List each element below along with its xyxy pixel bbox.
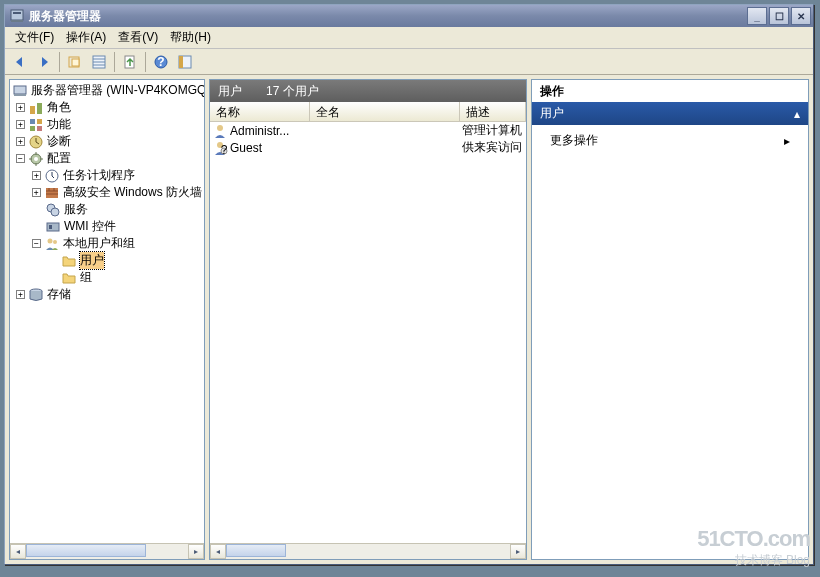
diagnostics-icon [28, 134, 44, 150]
expander-icon[interactable]: + [16, 290, 25, 299]
maximize-button[interactable]: ☐ [769, 7, 789, 25]
tree-features[interactable]: + 功能 [12, 116, 202, 133]
tree-roles[interactable]: + 角色 [12, 99, 202, 116]
properties-icon[interactable] [88, 51, 110, 73]
window-title: 服务器管理器 [29, 8, 747, 25]
actions-title: 操作 [532, 80, 808, 102]
tree-pane: 服务器管理器 (WIN-VP4KOMGQQ9 + 角色 + 功能 + 诊断 [9, 79, 205, 560]
actions-subheader[interactable]: 用户 ▴ [532, 102, 808, 125]
svg-rect-16 [30, 106, 35, 114]
help-icon[interactable]: ? [150, 51, 172, 73]
toolbar-separator [145, 52, 146, 72]
tree-wmi[interactable]: WMI 控件 [12, 218, 202, 235]
content-area: 服务器管理器 (WIN-VP4KOMGQQ9 + 角色 + 功能 + 诊断 [5, 75, 813, 564]
folder-icon [61, 253, 77, 269]
scroll-left-button[interactable]: ◂ [10, 544, 26, 559]
svg-text:?: ? [221, 143, 228, 156]
svg-rect-2 [11, 20, 23, 22]
localusers-icon [44, 236, 60, 252]
scroll-right-button[interactable]: ▸ [188, 544, 204, 559]
menubar: 文件(F) 操作(A) 查看(V) 帮助(H) [5, 27, 813, 49]
tree[interactable]: 服务器管理器 (WIN-VP4KOMGQQ9 + 角色 + 功能 + 诊断 [10, 80, 204, 543]
svg-rect-15 [14, 94, 26, 96]
expander-icon[interactable]: + [16, 137, 25, 146]
tree-storage[interactable]: + 存储 [12, 286, 202, 303]
export-icon[interactable] [119, 51, 141, 73]
config-icon [28, 151, 44, 167]
server-manager-window: 服务器管理器 _ ☐ ✕ 文件(F) 操作(A) 查看(V) 帮助(H) ? [4, 4, 814, 565]
list-pane: 用户 17 个用户 名称 全名 描述 Administr... 管理计算机 [209, 79, 527, 560]
storage-icon [28, 287, 44, 303]
list-body[interactable]: Administr... 管理计算机 ? Guest 供来宾访问 [210, 122, 526, 543]
chevron-right-icon: ▸ [784, 134, 790, 148]
scroll-track[interactable] [26, 544, 188, 559]
list-count: 17 个用户 [266, 83, 319, 100]
toolbar-separator [114, 52, 115, 72]
scroll-left-button[interactable]: ◂ [210, 544, 226, 559]
col-name[interactable]: 名称 [210, 102, 310, 121]
tree-config[interactable]: − 配置 [12, 150, 202, 167]
actions-body: 更多操作 ▸ [532, 125, 808, 559]
menu-view[interactable]: 查看(V) [112, 27, 164, 48]
menu-file[interactable]: 文件(F) [9, 27, 60, 48]
tree-local-users-groups[interactable]: − 本地用户和组 [12, 235, 202, 252]
actions-pane: 操作 用户 ▴ 更多操作 ▸ [531, 79, 809, 560]
tree-groups[interactable]: 组 [12, 269, 202, 286]
toolbar-separator [59, 52, 60, 72]
list-row[interactable]: ? Guest 供来宾访问 [210, 139, 526, 156]
forward-button[interactable] [33, 51, 55, 73]
menu-help[interactable]: 帮助(H) [164, 27, 217, 48]
scroll-thumb[interactable] [26, 544, 146, 557]
list-scrollbar[interactable]: ◂ ▸ [210, 543, 526, 559]
scroll-right-button[interactable]: ▸ [510, 544, 526, 559]
svg-point-32 [51, 208, 59, 216]
col-desc[interactable]: 描述 [460, 102, 526, 121]
tree-scrollbar[interactable]: ◂ ▸ [10, 543, 204, 559]
tree-users[interactable]: 用户 [12, 252, 202, 269]
app-icon [9, 8, 25, 24]
svg-point-36 [53, 240, 57, 244]
titlebar[interactable]: 服务器管理器 _ ☐ ✕ [5, 5, 813, 27]
col-fullname[interactable]: 全名 [310, 102, 460, 121]
wmi-icon [45, 219, 61, 235]
roles-icon [28, 100, 44, 116]
back-button[interactable] [9, 51, 31, 73]
row-desc: 供来宾访问 [460, 139, 526, 156]
svg-rect-33 [47, 223, 59, 231]
list-row[interactable]: Administr... 管理计算机 [210, 122, 526, 139]
tree-task-scheduler[interactable]: + 任务计划程序 [12, 167, 202, 184]
svg-rect-21 [37, 126, 42, 131]
tree-services[interactable]: 服务 [12, 201, 202, 218]
svg-text:?: ? [157, 55, 164, 69]
svg-point-35 [48, 238, 53, 243]
svg-rect-18 [30, 119, 35, 124]
tree-firewall[interactable]: + 高级安全 Windows 防火墙 [12, 184, 202, 201]
close-button[interactable]: ✕ [791, 7, 811, 25]
svg-point-38 [217, 125, 223, 131]
svg-rect-34 [49, 225, 52, 229]
expander-icon[interactable]: + [32, 188, 41, 197]
folder-icon [61, 270, 77, 286]
services-icon [45, 202, 61, 218]
action-more[interactable]: 更多操作 ▸ [532, 129, 808, 152]
svg-rect-26 [46, 188, 58, 198]
show-hide-icon[interactable] [174, 51, 196, 73]
firewall-icon [44, 185, 60, 201]
minimize-button[interactable]: _ [747, 7, 767, 25]
expander-icon[interactable]: + [16, 103, 25, 112]
window-buttons: _ ☐ ✕ [747, 7, 811, 25]
menu-action[interactable]: 操作(A) [60, 27, 112, 48]
expander-icon[interactable]: − [16, 154, 25, 163]
toolbar: ? [5, 49, 813, 75]
expander-icon[interactable]: + [16, 120, 25, 129]
scroll-track[interactable] [226, 544, 510, 559]
expander-icon[interactable]: + [32, 171, 41, 180]
list-title: 用户 [218, 83, 242, 100]
tree-diagnostics[interactable]: + 诊断 [12, 133, 202, 150]
svg-rect-17 [37, 103, 42, 114]
expander-icon[interactable]: − [32, 239, 41, 248]
scroll-thumb[interactable] [226, 544, 286, 557]
svg-rect-1 [13, 12, 21, 14]
refresh-icon[interactable] [64, 51, 86, 73]
tree-root[interactable]: 服务器管理器 (WIN-VP4KOMGQQ9 [12, 82, 202, 99]
